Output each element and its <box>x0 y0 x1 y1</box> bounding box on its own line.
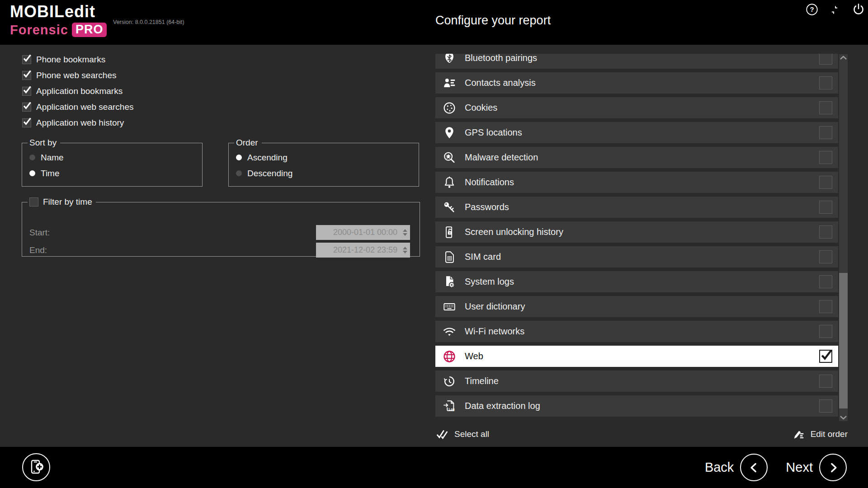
report-item-label: User dictionary <box>465 301 525 312</box>
radio-order-descending[interactable]: Descending <box>236 165 419 181</box>
select-all-button[interactable]: Select all <box>435 427 489 441</box>
next-button-label[interactable]: Next <box>786 460 813 475</box>
report-item-notifications[interactable]: Notifications <box>435 172 838 193</box>
report-item-label: Wi-Fi networks <box>465 326 524 337</box>
radio-order-ascending[interactable]: Ascending <box>236 150 419 165</box>
sort-by-options: NameTime <box>22 150 202 181</box>
list-scrollbar[interactable] <box>839 54 848 421</box>
report-item-user-dictionary[interactable]: User dictionary <box>435 296 838 317</box>
report-item-contacts-analysis[interactable]: Contacts analysis <box>435 72 838 94</box>
start-datetime-input[interactable]: 2000-01-01 00:00 <box>316 225 410 240</box>
filter-by-time-checkbox[interactable] <box>29 197 38 206</box>
logo-text-forensic: Forensic PRO <box>10 23 107 37</box>
end-datetime-value: 2021-12-02 23:59 <box>316 245 400 255</box>
scroll-down-icon[interactable] <box>839 415 848 422</box>
back-group: Back <box>705 454 768 481</box>
checkbox-row-phone-bookmarks[interactable]: Phone bookmarks <box>22 52 133 67</box>
report-item-label: System logs <box>465 277 514 287</box>
report-item-data-extraction-log[interactable]: LogData extraction log <box>435 395 838 417</box>
report-item-checkbox-notifications[interactable] <box>819 176 832 189</box>
power-icon[interactable] <box>852 3 865 16</box>
checkbox-row-application-bookmarks[interactable]: Application bookmarks <box>22 83 133 99</box>
checkbox-label: Application web history <box>36 118 124 128</box>
checkbox-application-web-searches[interactable] <box>22 103 31 112</box>
radio-sort-name[interactable]: Name <box>29 150 202 165</box>
gps-locations-icon <box>443 126 456 140</box>
radio-dot[interactable] <box>236 170 242 176</box>
report-item-checkbox-web[interactable] <box>819 350 832 363</box>
report-item-web[interactable]: Web <box>435 346 838 367</box>
report-item-label: Bluetooth pairings <box>465 54 537 63</box>
report-item-checkbox-gps-locations[interactable] <box>819 126 832 139</box>
report-item-cookies[interactable]: Cookies <box>435 97 838 118</box>
report-item-checkbox-passwords[interactable] <box>819 201 832 214</box>
dock-window-icon[interactable] <box>829 4 840 16</box>
checkbox-application-bookmarks[interactable] <box>22 87 31 96</box>
radio-dot[interactable] <box>236 155 242 160</box>
edit-order-button[interactable]: Edit order <box>792 427 848 441</box>
spinner-down-icon[interactable] <box>403 233 407 236</box>
report-items-list: Bluetooth pairingsContacts analysisCooki… <box>435 54 838 430</box>
end-datetime-input[interactable]: 2021-12-02 23:59 <box>316 243 410 258</box>
report-item-checkbox-timeline[interactable] <box>819 375 832 388</box>
radio-dot[interactable] <box>29 155 35 160</box>
report-item-passwords[interactable]: Passwords <box>435 197 838 218</box>
report-item-checkbox-data-extraction-log[interactable] <box>819 399 832 413</box>
add-phone-button[interactable] <box>22 453 50 481</box>
report-item-screen-unlocking-history[interactable]: Screen unlocking history <box>435 221 838 243</box>
report-item-label: Screen unlocking history <box>465 227 563 237</box>
screen-unlocking-icon <box>443 225 456 239</box>
radio-label: Ascending <box>247 153 288 163</box>
report-item-label: Notifications <box>465 177 514 188</box>
help-icon[interactable]: ? <box>805 3 819 16</box>
report-item-timeline[interactable]: Timeline <box>435 371 838 392</box>
checkbox-row-application-web-searches[interactable]: Application web searches <box>22 99 133 115</box>
start-spinner[interactable] <box>400 225 410 240</box>
radio-label: Name <box>41 153 64 163</box>
sort-by-group: Sort by NameTime <box>22 138 203 187</box>
spinner-up-icon[interactable] <box>403 229 407 232</box>
header-bar: MOBILedit Forensic PRO Version: 8.0.0.21… <box>0 0 868 45</box>
report-item-gps-locations[interactable]: GPS locations <box>435 122 838 143</box>
report-item-sim-card[interactable]: SIM card <box>435 246 838 267</box>
checkbox-row-application-web-history[interactable]: Application web history <box>22 115 133 131</box>
report-item-checkbox-screen-unlocking-history[interactable] <box>819 225 832 239</box>
report-item-label: Web <box>465 351 483 361</box>
radio-sort-time[interactable]: Time <box>29 165 202 181</box>
order-group: Order AscendingDescending <box>228 138 419 187</box>
report-item-malware-detection[interactable]: Malware detection <box>435 147 838 168</box>
report-item-checkbox-system-logs[interactable] <box>819 275 832 288</box>
report-item-wi-fi-networks[interactable]: Wi-Fi networks <box>435 321 838 342</box>
report-item-system-logs[interactable]: System logs <box>435 271 838 292</box>
back-button-label[interactable]: Back <box>705 460 734 475</box>
checkbox-phone-bookmarks[interactable] <box>22 55 31 64</box>
filter-by-time-label: Filter by time <box>43 197 92 207</box>
version-text: Version: 8.0.0.21851 (64-bit) <box>113 19 184 25</box>
end-label: End: <box>29 245 47 255</box>
radio-dot[interactable] <box>29 170 35 176</box>
spinner-up-icon[interactable] <box>403 247 407 249</box>
report-item-checkbox-sim-card[interactable] <box>819 250 832 263</box>
report-item-checkbox-bluetooth-pairings[interactable] <box>819 54 832 65</box>
next-group: Next <box>786 454 847 481</box>
report-item-checkbox-contacts-analysis[interactable] <box>819 76 832 89</box>
report-item-checkbox-wi-fi-networks[interactable] <box>819 325 832 338</box>
end-spinner[interactable] <box>400 243 410 258</box>
report-item-checkbox-malware-detection[interactable] <box>819 151 832 164</box>
back-button[interactable] <box>740 454 768 481</box>
checkbox-row-phone-web-searches[interactable]: Phone web searches <box>22 67 133 83</box>
svg-text:Log: Log <box>449 408 455 411</box>
checkbox-phone-web-searches[interactable] <box>22 71 31 80</box>
scrollbar-thumb[interactable] <box>839 273 848 408</box>
spinner-down-icon[interactable] <box>403 251 407 253</box>
report-item-bluetooth-pairings[interactable]: Bluetooth pairings <box>435 54 838 69</box>
bluetooth-icon <box>443 54 456 65</box>
checkbox-application-web-history[interactable] <box>22 118 31 127</box>
report-item-checkbox-cookies[interactable] <box>819 101 832 114</box>
report-item-checkbox-user-dictionary[interactable] <box>819 300 832 313</box>
next-button[interactable] <box>819 454 847 481</box>
scroll-up-icon[interactable] <box>839 54 848 61</box>
add-phone-icon <box>26 457 46 477</box>
sort-by-legend: Sort by <box>28 138 60 148</box>
chevron-right-icon <box>826 460 841 475</box>
